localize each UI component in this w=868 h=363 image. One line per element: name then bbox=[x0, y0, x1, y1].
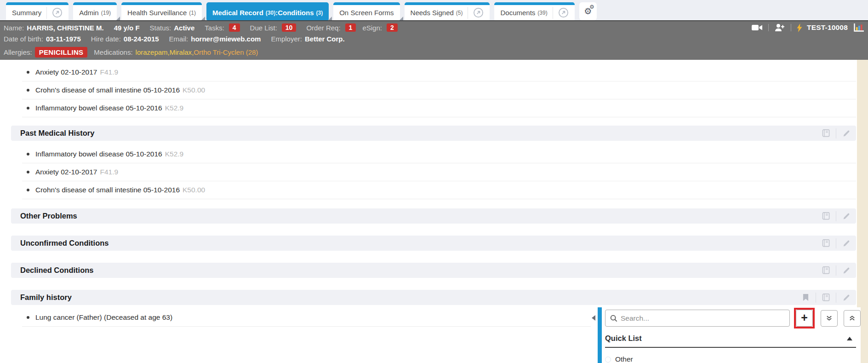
lightning-bolt-icon[interactable] bbox=[797, 23, 802, 32]
tab-label: Needs Signed bbox=[411, 9, 454, 17]
book-icon[interactable] bbox=[816, 265, 836, 276]
tab-count: (30) bbox=[266, 10, 275, 16]
patient-header-row2: Date of birth: 03-11-1975 Hire date: 08-… bbox=[0, 33, 868, 45]
condition-list-item: Inflammatory bowel disease 05-10-2016 K5… bbox=[22, 145, 856, 163]
condition-text: Inflammatory bowel disease 05-10-2016 bbox=[35, 104, 162, 112]
condition-list-item: Anxiety 02-10-2017 F41.9 bbox=[22, 63, 856, 81]
panel-accent-bar bbox=[598, 307, 602, 363]
tab-count: (39) bbox=[537, 10, 547, 16]
section-past-medical-history: Past Medical History bbox=[11, 126, 856, 141]
allergy-badge[interactable]: PENICILLINS bbox=[35, 47, 88, 58]
tab-label: Documents bbox=[500, 9, 535, 17]
patient-employer: Better Corp. bbox=[305, 35, 345, 43]
tab-summary[interactable]: Summary bbox=[6, 2, 69, 20]
book-icon[interactable] bbox=[816, 293, 836, 303]
condition-text: Anxiety 02-10-2017 bbox=[35, 168, 97, 176]
tab-needs-signed[interactable]: Needs Signed (5) bbox=[405, 2, 490, 20]
condition-list-item: Crohn's disease of small intestine 05-10… bbox=[22, 81, 856, 99]
patient-age-sex: 49 y/o F bbox=[114, 24, 140, 32]
settings-gear-icon[interactable]: ⚙ ⚙ bbox=[579, 2, 597, 20]
medication-link[interactable]: Miralax bbox=[170, 48, 194, 56]
collapse-left-arrow-icon[interactable] bbox=[592, 315, 595, 321]
status-label: Status: bbox=[150, 24, 171, 32]
condition-text: Anxiety 02-10-2017 bbox=[35, 68, 97, 76]
due-list-count-badge[interactable]: 10 bbox=[282, 23, 297, 32]
medications-label: Medications: bbox=[94, 48, 132, 56]
tab-count: (5) bbox=[456, 10, 463, 16]
past-medical-history-list: Inflammatory bowel disease 05-10-2016 K5… bbox=[22, 145, 856, 199]
condition-text: Crohn's disease of small intestine 05-10… bbox=[35, 86, 180, 94]
expand-all-down-icon[interactable] bbox=[821, 310, 838, 327]
tab-documents[interactable]: Documents (39) bbox=[494, 2, 574, 20]
book-icon[interactable] bbox=[816, 238, 836, 248]
tab-label: Summary bbox=[12, 9, 41, 17]
pencil-icon[interactable] bbox=[836, 128, 856, 138]
condition-code: F41.9 bbox=[100, 168, 118, 176]
tab-subcount: (3) bbox=[316, 10, 323, 16]
tab-admin[interactable]: Admin (19) bbox=[73, 2, 117, 20]
section-title: Unconfirmed Conditions bbox=[20, 239, 109, 248]
patient-id: TEST-10008 bbox=[807, 23, 848, 32]
employer-label: Employer: bbox=[271, 35, 302, 43]
active-conditions-list: Anxiety 02-10-2017 F41.9 Crohn's disease… bbox=[22, 63, 856, 117]
collapse-caret-icon[interactable] bbox=[847, 337, 852, 340]
book-icon[interactable] bbox=[816, 128, 836, 138]
condition-code: F41.9 bbox=[100, 68, 118, 76]
quick-list-item-other[interactable]: Other bbox=[605, 355, 861, 363]
medication-link[interactable]: lorazepam bbox=[136, 48, 170, 56]
due-list-label: Due List: bbox=[250, 24, 277, 32]
quick-list-item-label: Other bbox=[615, 355, 633, 363]
tab-label: Health Surveillance bbox=[127, 9, 187, 17]
collapse-all-up-icon[interactable] bbox=[844, 310, 861, 327]
section-title: Family history bbox=[20, 293, 72, 302]
external-link-icon[interactable] bbox=[468, 7, 484, 19]
condition-code: K52.9 bbox=[165, 150, 184, 158]
hire-date-label: Hire date: bbox=[91, 35, 121, 43]
section-declined-conditions: Declined Conditions bbox=[11, 263, 856, 278]
condition-code: K52.9 bbox=[165, 104, 184, 112]
external-link-icon[interactable] bbox=[46, 7, 63, 19]
allergies-label: Allergies: bbox=[4, 48, 32, 56]
medication-link[interactable]: Ortho Tri-Cyclen (28) bbox=[194, 48, 258, 56]
tab-medical-record-conditions[interactable]: Medical Record (30) :Conditions (3) bbox=[206, 2, 329, 20]
tab-count: (19) bbox=[101, 10, 111, 16]
patient-name: HARRIS, CHRISTINE M. bbox=[27, 24, 104, 32]
add-person-icon[interactable] bbox=[774, 23, 785, 32]
pencil-icon[interactable] bbox=[836, 293, 856, 303]
condition-code: K50.00 bbox=[183, 186, 205, 194]
patient-status: Active bbox=[174, 24, 194, 32]
pencil-icon[interactable] bbox=[836, 238, 856, 248]
book-icon[interactable] bbox=[816, 211, 836, 221]
condition-code: K50.00 bbox=[183, 86, 205, 94]
section-other-problems: Other Problems bbox=[11, 208, 856, 224]
pencil-icon[interactable] bbox=[836, 211, 856, 221]
search-icon bbox=[610, 315, 617, 322]
condition-list-item: Anxiety 02-10-2017 F41.9 bbox=[22, 163, 856, 181]
tasks-count-badge[interactable]: 4 bbox=[229, 23, 240, 32]
tab-on-screen-forms[interactable]: On Screen Forms bbox=[333, 2, 400, 20]
search-input[interactable] bbox=[621, 310, 789, 326]
chart-icon[interactable] bbox=[853, 23, 864, 32]
patient-header-row3: Allergies: PENICILLINS Medications: lora… bbox=[0, 45, 868, 60]
tab-bar: Summary Admin (19) Health Surveillance (… bbox=[0, 0, 868, 20]
tab-label: Medical Record bbox=[212, 9, 263, 17]
add-condition-button[interactable]: + bbox=[796, 310, 813, 327]
add-button-highlight: + bbox=[796, 310, 813, 327]
condition-text: Crohn's disease of small intestine 05-10… bbox=[35, 186, 180, 194]
patient-dob: 03-11-1975 bbox=[46, 35, 81, 43]
tab-count: (1) bbox=[189, 10, 196, 16]
external-link-icon[interactable] bbox=[553, 7, 569, 19]
patient-hire-date: 08-24-2015 bbox=[124, 35, 159, 43]
order-req-count-badge[interactable]: 1 bbox=[345, 23, 356, 32]
condition-list-item: Crohn's disease of small intestine 05-10… bbox=[22, 181, 856, 199]
pencil-icon[interactable] bbox=[836, 265, 856, 276]
esign-count-badge[interactable]: 2 bbox=[387, 23, 398, 32]
quick-list-search bbox=[605, 310, 790, 327]
bookmark-icon[interactable] bbox=[795, 293, 816, 303]
radio-icon[interactable] bbox=[605, 357, 611, 363]
condition-text: Inflammatory bowel disease 05-10-2016 bbox=[35, 150, 162, 158]
section-title: Past Medical History bbox=[20, 129, 94, 138]
order-req-label: Order Req: bbox=[306, 24, 340, 32]
tab-health-surveillance[interactable]: Health Surveillance (1) bbox=[121, 2, 202, 20]
video-camera-icon[interactable] bbox=[752, 24, 763, 31]
